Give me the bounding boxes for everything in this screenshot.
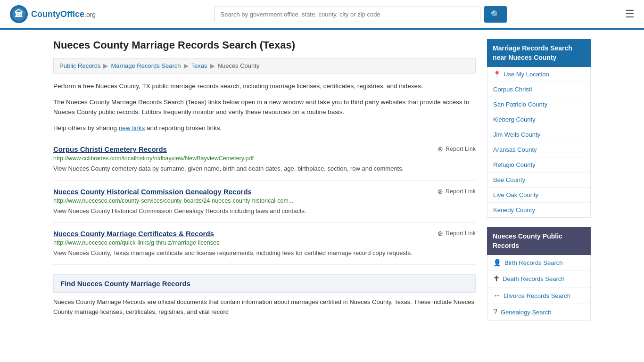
sidebar: Marriage Records Search near Nueces Coun… xyxy=(487,39,591,330)
sidebar-aransas[interactable]: Aransas County xyxy=(487,142,590,157)
new-links-link[interactable]: new links xyxy=(119,124,145,132)
sidebar-san-patricio[interactable]: San Patricio County xyxy=(487,97,590,112)
report-icon-1: ⊗ xyxy=(438,188,443,195)
search-input[interactable] xyxy=(215,7,480,22)
record-entry-0: Corpus Christi Cemetery Records ⊗ Report… xyxy=(53,139,476,181)
sidebar-death-records[interactable]: ✝ Death Records Search xyxy=(487,271,590,288)
kleberg-link[interactable]: Kleberg County xyxy=(493,116,536,123)
divorce-icon: ↔ xyxy=(493,291,501,300)
record-title-2[interactable]: Nueces County Marriage Certificates & Re… xyxy=(53,230,214,238)
sidebar-birth-records[interactable]: 👤 Birth Records Search xyxy=(487,255,590,271)
record-desc-0: View Nueces County cemetery data by surn… xyxy=(53,164,476,173)
sidebar-public-records-header: Nueces County Public Records xyxy=(487,227,591,255)
header: 🏛 CountyOffice.org 🔍 ☰ xyxy=(0,0,644,30)
corpus-christi-link[interactable]: Corpus Christi xyxy=(493,86,532,93)
record-title-0[interactable]: Corpus Christi Cemetery Records xyxy=(53,145,167,153)
record-desc-1: View Nueces County Historical Commission… xyxy=(53,206,476,216)
logo-icon: 🏛 xyxy=(9,5,28,24)
report-link-0[interactable]: ⊗ Report Link xyxy=(438,145,476,153)
aransas-link[interactable]: Aransas County xyxy=(493,146,537,153)
jim-wells-link[interactable]: Jim Wells County xyxy=(493,131,540,138)
record-entry-1: Nueces County Historical Commission Gene… xyxy=(53,181,476,223)
search-area: 🔍 xyxy=(215,6,507,23)
report-link-2[interactable]: ⊗ Report Link xyxy=(438,230,476,237)
breadcrumb-marriage-records[interactable]: Marriage Records Search xyxy=(111,62,181,69)
sidebar-jim-wells[interactable]: Jim Wells County xyxy=(487,127,590,142)
death-icon: ✝ xyxy=(493,274,499,283)
refugio-link[interactable]: Refugio County xyxy=(493,161,536,168)
record-desc-2: View Nueces County, Texas marriage certi… xyxy=(53,248,476,258)
find-section-text: Nueces County Marriage Records are offic… xyxy=(53,297,476,317)
sidebar-nearby-section: Marriage Records Search near Nueces Coun… xyxy=(487,39,591,218)
report-link-label-1: Report Link xyxy=(446,188,476,195)
record-url-0: http://www.cclibraries.com/localhistory/… xyxy=(53,155,476,162)
menu-button[interactable]: ☰ xyxy=(625,9,635,19)
report-icon-2: ⊗ xyxy=(438,230,443,237)
desc-para3-post: and reporting broken links. xyxy=(145,124,222,132)
sidebar-kleberg[interactable]: Kleberg County xyxy=(487,112,590,127)
sidebar-refugio[interactable]: Refugio County xyxy=(487,157,590,173)
search-button[interactable]: 🔍 xyxy=(484,6,507,23)
logo-area: 🏛 CountyOffice.org xyxy=(9,5,96,24)
divorce-records-link[interactable]: Divorce Records Search xyxy=(504,292,570,299)
desc-para3-pre: Help others by sharing xyxy=(53,124,119,132)
sidebar-divorce-records[interactable]: ↔ Divorce Records Search xyxy=(487,288,590,304)
sidebar-genealogy[interactable]: ? Genealogy Search xyxy=(487,304,590,320)
birth-icon: 👤 xyxy=(493,259,501,266)
header-right: ☰ xyxy=(625,9,635,19)
record-header-1: Nueces County Historical Commission Gene… xyxy=(53,188,476,196)
breadcrumb: Public Records ▶ Marriage Records Search… xyxy=(53,58,476,74)
breadcrumb-current: Nueces County xyxy=(218,62,260,69)
birth-records-link[interactable]: Birth Records Search xyxy=(504,259,563,266)
report-link-label-2: Report Link xyxy=(446,230,476,237)
sidebar-kenedy[interactable]: Kenedy County xyxy=(487,203,590,217)
sidebar-nearby-header: Marriage Records Search near Nueces Coun… xyxy=(487,39,591,67)
breadcrumb-sep3: ▶ xyxy=(210,62,215,69)
record-header-0: Corpus Christi Cemetery Records ⊗ Report… xyxy=(53,145,476,153)
logo-text: CountyOffice.org xyxy=(31,9,96,19)
sidebar-public-records-section: Nueces County Public Records 👤 Birth Rec… xyxy=(487,227,591,321)
svg-text:🏛: 🏛 xyxy=(15,9,23,19)
kenedy-link[interactable]: Kenedy County xyxy=(493,206,535,214)
record-url-2: http://www.nuecesco.com/quick-links/g-th… xyxy=(53,239,476,246)
sidebar-bee-county[interactable]: Bee County xyxy=(487,173,590,188)
san-patricio-link[interactable]: San Patricio County xyxy=(493,101,547,108)
genealogy-icon: ? xyxy=(493,308,497,316)
record-header-2: Nueces County Marriage Certificates & Re… xyxy=(53,230,476,238)
content-area: Nueces County Marriage Records Search (T… xyxy=(53,39,476,330)
record-title-1[interactable]: Nueces County Historical Commission Gene… xyxy=(53,188,252,196)
record-entry-2: Nueces County Marriage Certificates & Re… xyxy=(53,223,476,265)
bee-county-link[interactable]: Bee County xyxy=(493,176,525,183)
desc-para3: Help others by sharing new links and rep… xyxy=(53,123,476,133)
sidebar-use-location[interactable]: 📍 Use My Location xyxy=(487,67,590,82)
page-title: Nueces County Marriage Records Search (T… xyxy=(53,39,476,51)
desc-para1: Perform a free Nueces County, TX public … xyxy=(53,81,476,91)
location-icon: 📍 xyxy=(493,71,501,78)
sidebar-live-oak[interactable]: Live Oak County xyxy=(487,188,590,203)
report-link-label-0: Report Link xyxy=(446,146,476,152)
genealogy-link[interactable]: Genealogy Search xyxy=(501,309,552,316)
breadcrumb-texas[interactable]: Texas xyxy=(191,62,207,69)
report-link-1[interactable]: ⊗ Report Link xyxy=(438,188,476,195)
find-section-header: Find Nueces County Marriage Records xyxy=(53,274,476,293)
breadcrumb-sep2: ▶ xyxy=(184,62,189,69)
breadcrumb-sep1: ▶ xyxy=(103,62,108,69)
death-records-link[interactable]: Death Records Search xyxy=(503,275,565,282)
report-icon-0: ⊗ xyxy=(438,145,443,153)
sidebar-corpus-christi[interactable]: Corpus Christi xyxy=(487,82,590,97)
sidebar-public-records-list: 👤 Birth Records Search ✝ Death Records S… xyxy=(487,255,591,321)
desc-para2: The Nueces County Marriage Records Searc… xyxy=(53,97,476,117)
main-container: Nueces County Marriage Records Search (T… xyxy=(44,30,600,330)
sidebar-nearby-list: 📍 Use My Location Corpus Christi San Pat… xyxy=(487,67,591,218)
live-oak-link[interactable]: Live Oak County xyxy=(493,191,538,198)
records-list: Corpus Christi Cemetery Records ⊗ Report… xyxy=(53,139,476,264)
use-location-link[interactable]: Use My Location xyxy=(504,71,549,78)
record-url-1: http://www.nuecesco.com/county-services/… xyxy=(53,197,476,204)
find-section: Find Nueces County Marriage Records Nuec… xyxy=(53,274,476,317)
breadcrumb-public-records[interactable]: Public Records xyxy=(59,62,100,69)
